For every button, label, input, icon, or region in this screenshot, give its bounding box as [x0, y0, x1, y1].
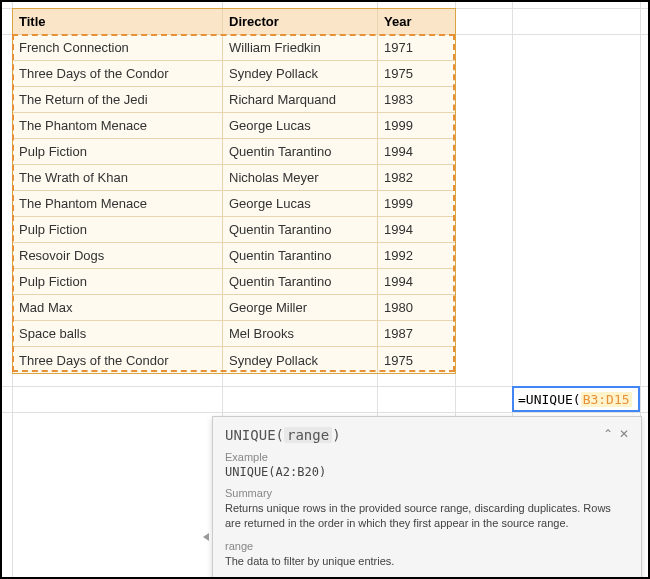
tooltip-sig-fn: UNIQUE( — [225, 427, 284, 443]
tooltip-summary-label: Summary — [225, 487, 629, 499]
cell-year[interactable]: 1975 — [378, 347, 455, 373]
table-row: Three Days of the CondorSyndey Pollack19… — [13, 61, 455, 87]
cell-year[interactable]: 1994 — [378, 269, 455, 294]
cell-year[interactable]: 1971 — [378, 35, 455, 60]
tooltip-example-label: Example — [225, 451, 629, 463]
tooltip-param-label: range — [225, 540, 629, 552]
cell-director[interactable]: Quentin Tarantino — [223, 243, 378, 268]
tooltip-sig-close: ) — [332, 427, 340, 443]
header-year[interactable]: Year — [378, 9, 455, 34]
cell-year[interactable]: 1992 — [378, 243, 455, 268]
formula-range: B3:D15 — [581, 392, 632, 407]
tooltip-param-arrow-icon — [203, 533, 209, 541]
tooltip-example-text: UNIQUE(A2:B20) — [225, 465, 629, 479]
cell-title[interactable]: The Return of the Jedi — [13, 87, 223, 112]
table-row: Space ballsMel Brooks1987 — [13, 321, 455, 347]
tooltip-collapse-icon[interactable]: ⌃ — [603, 427, 613, 441]
table-row: French ConnectionWilliam Friedkin1971 — [13, 35, 455, 61]
table-row: The Return of the JediRichard Marquand19… — [13, 87, 455, 113]
table-row: Mad MaxGeorge Miller1980 — [13, 295, 455, 321]
table-row: Resovoir DogsQuentin Tarantino1992 — [13, 243, 455, 269]
cell-year[interactable]: 1980 — [378, 295, 455, 320]
function-help-tooltip: UNIQUE(range) ⌃ ✕ Example UNIQUE(A2:B20)… — [212, 416, 642, 579]
cell-year[interactable]: 1987 — [378, 321, 455, 346]
cell-year[interactable]: 1994 — [378, 217, 455, 242]
cell-year[interactable]: 1983 — [378, 87, 455, 112]
cell-title[interactable]: French Connection — [13, 35, 223, 60]
cell-year[interactable]: 1994 — [378, 139, 455, 164]
table-row: The Phantom MenaceGeorge Lucas1999 — [13, 113, 455, 139]
cell-title[interactable]: Pulp Fiction — [13, 217, 223, 242]
tooltip-sig-param: range — [284, 427, 332, 443]
table-row: Pulp FictionQuentin Tarantino1994 — [13, 269, 455, 295]
cell-title[interactable]: Space balls — [13, 321, 223, 346]
cell-year[interactable]: 1999 — [378, 113, 455, 138]
tooltip-param-text: The data to filter by unique entries. — [225, 554, 629, 569]
tooltip-summary-text: Returns unique rows in the provided sour… — [225, 501, 629, 532]
cell-title[interactable]: The Wrath of Khan — [13, 165, 223, 190]
cell-director[interactable]: George Lucas — [223, 191, 378, 216]
tooltip-close-icon[interactable]: ✕ — [619, 427, 629, 441]
table-row: Pulp FictionQuentin Tarantino1994 — [13, 139, 455, 165]
cell-director[interactable]: Mel Brooks — [223, 321, 378, 346]
cell-title[interactable]: The Phantom Menace — [13, 191, 223, 216]
formula-input-cell[interactable]: =UNIQUE(B3:D15 — [512, 386, 640, 412]
table-header-row: Title Director Year — [13, 9, 455, 35]
table-row: Three Days of the CondorSyndey Pollack19… — [13, 347, 455, 373]
table-row: Pulp FictionQuentin Tarantino1994 — [13, 217, 455, 243]
cell-director[interactable]: Richard Marquand — [223, 87, 378, 112]
cell-director[interactable]: George Miller — [223, 295, 378, 320]
cell-director[interactable]: Quentin Tarantino — [223, 139, 378, 164]
formula-prefix: =UNIQUE( — [518, 392, 581, 407]
header-title[interactable]: Title — [13, 9, 223, 34]
data-table: Title Director Year French ConnectionWil… — [12, 8, 456, 374]
cell-title[interactable]: Three Days of the Condor — [13, 61, 223, 86]
cell-year[interactable]: 1982 — [378, 165, 455, 190]
cell-title[interactable]: Three Days of the Condor — [13, 347, 223, 373]
tooltip-signature: UNIQUE(range) — [225, 427, 341, 443]
cell-director[interactable]: George Lucas — [223, 113, 378, 138]
cell-title[interactable]: Pulp Fiction — [13, 269, 223, 294]
cell-title[interactable]: The Phantom Menace — [13, 113, 223, 138]
cell-title[interactable]: Resovoir Dogs — [13, 243, 223, 268]
cell-year[interactable]: 1999 — [378, 191, 455, 216]
cell-title[interactable]: Mad Max — [13, 295, 223, 320]
header-director[interactable]: Director — [223, 9, 378, 34]
cell-title[interactable]: Pulp Fiction — [13, 139, 223, 164]
table-row: The Wrath of KhanNicholas Meyer1982 — [13, 165, 455, 191]
cell-director[interactable]: Nicholas Meyer — [223, 165, 378, 190]
cell-director[interactable]: Syndey Pollack — [223, 347, 378, 373]
cell-year[interactable]: 1975 — [378, 61, 455, 86]
cell-director[interactable]: Quentin Tarantino — [223, 217, 378, 242]
cell-director[interactable]: Syndey Pollack — [223, 61, 378, 86]
cell-director[interactable]: Quentin Tarantino — [223, 269, 378, 294]
cell-director[interactable]: William Friedkin — [223, 35, 378, 60]
table-row: The Phantom MenaceGeorge Lucas1999 — [13, 191, 455, 217]
